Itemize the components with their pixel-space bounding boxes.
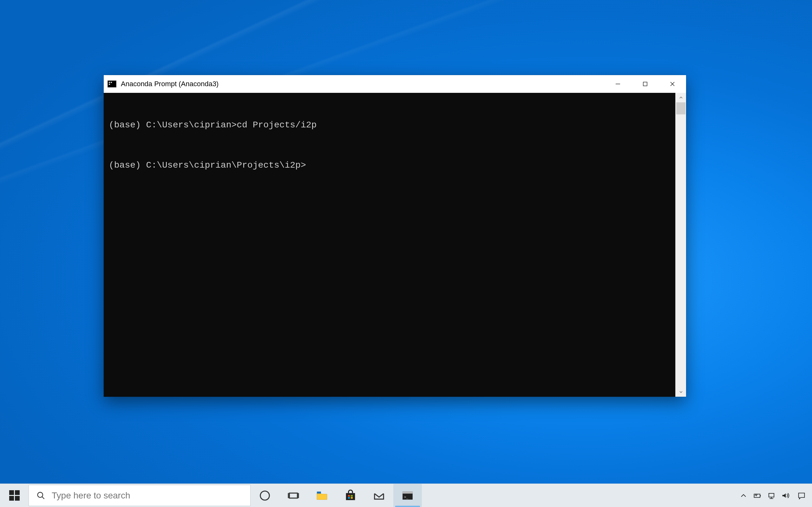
taskbar-pinned-apps: >_ — [251, 484, 422, 507]
anaconda-prompt-taskbar-button[interactable]: >_ — [393, 484, 422, 507]
start-button[interactable] — [0, 484, 29, 507]
terminal-output[interactable]: (base) C:\Users\ciprian>cd Projects/i2p … — [104, 93, 686, 397]
close-button[interactable] — [659, 75, 686, 93]
svg-text:>_: >_ — [404, 495, 409, 499]
vertical-scrollbar[interactable] — [675, 93, 686, 397]
svg-line-5 — [42, 497, 44, 499]
terminal-icon: >_ — [402, 490, 414, 502]
svg-rect-20 — [760, 495, 761, 496]
search-input[interactable] — [52, 491, 243, 501]
mail-button[interactable] — [365, 484, 393, 507]
svg-rect-11 — [346, 493, 355, 500]
scroll-up-button[interactable] — [676, 93, 686, 102]
search-icon — [37, 491, 45, 500]
file-explorer-icon — [316, 490, 328, 502]
action-center-button[interactable] — [792, 484, 811, 507]
tray-volume[interactable] — [778, 484, 792, 507]
tray-battery[interactable] — [751, 484, 764, 507]
microsoft-store-button[interactable] — [336, 484, 365, 507]
svg-rect-10 — [317, 492, 321, 493]
scroll-thumb[interactable] — [676, 102, 686, 114]
svg-rect-7 — [289, 493, 297, 498]
cortana-button[interactable] — [251, 484, 279, 507]
terminal-line: (base) C:\Users\ciprian\Projects\i2p> — [109, 160, 681, 170]
taskbar-search[interactable] — [29, 485, 251, 506]
scroll-down-button[interactable] — [676, 387, 686, 397]
maximize-button[interactable] — [631, 75, 659, 93]
svg-rect-15 — [351, 497, 353, 498]
minimize-button[interactable] — [604, 75, 631, 93]
system-tray — [737, 484, 812, 507]
terminal-line: (base) C:\Users\ciprian>cd Projects/i2p — [109, 120, 681, 130]
cortana-icon — [259, 490, 271, 502]
chevron-up-icon — [739, 491, 748, 500]
window-titlebar[interactable]: Anaconda Prompt (Anaconda3) — [104, 75, 686, 93]
desktop: Anaconda Prompt (Anaconda3) (base) C:\Us… — [0, 0, 812, 507]
svg-rect-21 — [769, 493, 774, 497]
task-view-button[interactable] — [279, 484, 308, 507]
task-view-icon — [287, 490, 299, 502]
anaconda-prompt-window: Anaconda Prompt (Anaconda3) (base) C:\Us… — [104, 75, 686, 397]
window-title: Anaconda Prompt (Anaconda3) — [121, 80, 218, 88]
svg-rect-14 — [348, 497, 350, 498]
volume-icon — [781, 491, 790, 500]
svg-rect-13 — [351, 495, 353, 497]
scroll-track[interactable] — [676, 102, 686, 387]
store-icon — [345, 490, 357, 502]
svg-rect-12 — [348, 495, 350, 497]
tray-overflow-button[interactable] — [737, 484, 751, 507]
svg-rect-1 — [643, 82, 647, 86]
taskbar: >_ — [0, 484, 812, 507]
terminal-app-icon — [107, 80, 116, 88]
mail-icon — [373, 490, 385, 502]
tray-network[interactable] — [764, 484, 778, 507]
svg-point-4 — [38, 492, 43, 497]
battery-icon — [753, 491, 762, 500]
windows-logo-icon — [9, 490, 20, 501]
file-explorer-button[interactable] — [308, 484, 336, 507]
svg-rect-17 — [403, 492, 413, 493]
svg-point-6 — [260, 491, 270, 500]
notification-icon — [797, 491, 806, 500]
network-icon — [767, 491, 776, 500]
